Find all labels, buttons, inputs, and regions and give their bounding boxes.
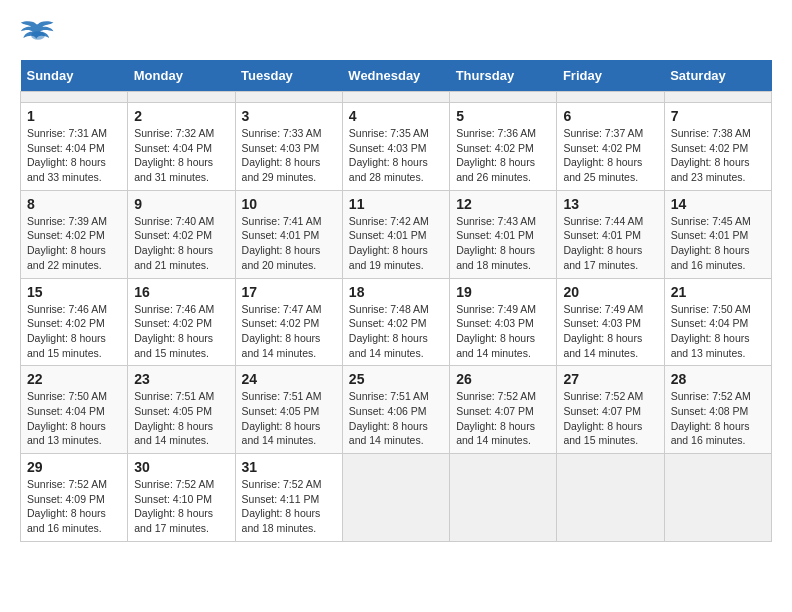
daylight-label: Daylight: 8 hours and 14 minutes. [349, 332, 428, 359]
sunset-time: 4:10 PM [173, 493, 212, 505]
sunrise-time: 7:43 AM [498, 215, 537, 227]
sunrise-label: Sunrise: [134, 390, 175, 402]
sunset-time: 4:11 PM [280, 493, 319, 505]
calendar-table: SundayMondayTuesdayWednesdayThursdayFrid… [20, 60, 772, 542]
day-info: Sunrise: 7:35 AM Sunset: 4:03 PM Dayligh… [349, 126, 443, 185]
day-info: Sunrise: 7:49 AM Sunset: 4:03 PM Dayligh… [563, 302, 657, 361]
header-day-thursday: Thursday [450, 60, 557, 92]
header-day-wednesday: Wednesday [342, 60, 449, 92]
sunrise-label: Sunrise: [242, 215, 283, 227]
calendar-cell: 13 Sunrise: 7:44 AM Sunset: 4:01 PM Dayl… [557, 190, 664, 278]
day-number: 31 [242, 459, 336, 475]
daylight-label: Daylight: 8 hours and 14 minutes. [456, 420, 535, 447]
sunrise-label: Sunrise: [242, 478, 283, 490]
calendar-body: 1 Sunrise: 7:31 AM Sunset: 4:04 PM Dayli… [21, 92, 772, 542]
day-info: Sunrise: 7:46 AM Sunset: 4:02 PM Dayligh… [27, 302, 121, 361]
sunrise-label: Sunrise: [349, 127, 390, 139]
daylight-label: Daylight: 8 hours and 23 minutes. [671, 156, 750, 183]
calendar-cell: 26 Sunrise: 7:52 AM Sunset: 4:07 PM Dayl… [450, 366, 557, 454]
sunrise-label: Sunrise: [671, 127, 712, 139]
sunrise-label: Sunrise: [349, 215, 390, 227]
sunset-time: 4:06 PM [387, 405, 426, 417]
sunset-time: 4:01 PM [280, 229, 319, 241]
day-info: Sunrise: 7:32 AM Sunset: 4:04 PM Dayligh… [134, 126, 228, 185]
sunrise-label: Sunrise: [671, 390, 712, 402]
daylight-label: Daylight: 8 hours and 15 minutes. [27, 332, 106, 359]
daylight-label: Daylight: 8 hours and 14 minutes. [242, 420, 321, 447]
sunrise-time: 7:37 AM [605, 127, 644, 139]
sunrise-time: 7:52 AM [498, 390, 537, 402]
sunrise-label: Sunrise: [349, 390, 390, 402]
day-info: Sunrise: 7:51 AM Sunset: 4:05 PM Dayligh… [134, 389, 228, 448]
calendar-cell: 9 Sunrise: 7:40 AM Sunset: 4:02 PM Dayli… [128, 190, 235, 278]
calendar-cell [21, 92, 128, 103]
daylight-label: Daylight: 8 hours and 20 minutes. [242, 244, 321, 271]
sunrise-label: Sunrise: [134, 215, 175, 227]
sunset-label: Sunset: [242, 405, 281, 417]
calendar-cell [128, 92, 235, 103]
sunset-label: Sunset: [134, 142, 173, 154]
day-info: Sunrise: 7:51 AM Sunset: 4:05 PM Dayligh… [242, 389, 336, 448]
day-number: 10 [242, 196, 336, 212]
day-number: 11 [349, 196, 443, 212]
daylight-label: Daylight: 8 hours and 19 minutes. [349, 244, 428, 271]
sunrise-label: Sunrise: [671, 215, 712, 227]
sunset-time: 4:02 PM [602, 142, 641, 154]
daylight-label: Daylight: 8 hours and 33 minutes. [27, 156, 106, 183]
sunrise-time: 7:46 AM [68, 303, 107, 315]
calendar-cell: 30 Sunrise: 7:52 AM Sunset: 4:10 PM Dayl… [128, 454, 235, 542]
sunrise-time: 7:42 AM [390, 215, 429, 227]
sunset-time: 4:02 PM [495, 142, 534, 154]
sunrise-label: Sunrise: [27, 478, 68, 490]
calendar-cell [664, 454, 771, 542]
sunset-label: Sunset: [563, 317, 602, 329]
daylight-label: Daylight: 8 hours and 13 minutes. [27, 420, 106, 447]
sunrise-label: Sunrise: [242, 390, 283, 402]
calendar-cell: 10 Sunrise: 7:41 AM Sunset: 4:01 PM Dayl… [235, 190, 342, 278]
day-number: 8 [27, 196, 121, 212]
calendar-cell [450, 92, 557, 103]
day-info: Sunrise: 7:45 AM Sunset: 4:01 PM Dayligh… [671, 214, 765, 273]
daylight-label: Daylight: 8 hours and 17 minutes. [563, 244, 642, 271]
sunset-time: 4:02 PM [66, 229, 105, 241]
svg-point-0 [31, 31, 45, 40]
daylight-label: Daylight: 8 hours and 17 minutes. [134, 507, 213, 534]
day-number: 9 [134, 196, 228, 212]
week-row-0 [21, 92, 772, 103]
sunrise-time: 7:52 AM [605, 390, 644, 402]
calendar-cell: 28 Sunrise: 7:52 AM Sunset: 4:08 PM Dayl… [664, 366, 771, 454]
day-info: Sunrise: 7:46 AM Sunset: 4:02 PM Dayligh… [134, 302, 228, 361]
sunset-time: 4:07 PM [495, 405, 534, 417]
sunrise-time: 7:52 AM [283, 478, 322, 490]
sunrise-label: Sunrise: [27, 390, 68, 402]
sunrise-label: Sunrise: [349, 303, 390, 315]
sunrise-time: 7:52 AM [68, 478, 107, 490]
day-number: 22 [27, 371, 121, 387]
sunset-time: 4:03 PM [280, 142, 319, 154]
sunset-label: Sunset: [134, 405, 173, 417]
calendar-cell: 29 Sunrise: 7:52 AM Sunset: 4:09 PM Dayl… [21, 454, 128, 542]
day-number: 27 [563, 371, 657, 387]
sunset-label: Sunset: [349, 405, 388, 417]
day-info: Sunrise: 7:50 AM Sunset: 4:04 PM Dayligh… [671, 302, 765, 361]
sunset-label: Sunset: [27, 493, 66, 505]
sunrise-label: Sunrise: [563, 127, 604, 139]
sunset-label: Sunset: [242, 142, 281, 154]
day-info: Sunrise: 7:31 AM Sunset: 4:04 PM Dayligh… [27, 126, 121, 185]
sunset-label: Sunset: [563, 229, 602, 241]
daylight-label: Daylight: 8 hours and 18 minutes. [242, 507, 321, 534]
sunset-label: Sunset: [456, 317, 495, 329]
sunset-label: Sunset: [134, 229, 173, 241]
sunrise-time: 7:36 AM [498, 127, 537, 139]
sunrise-label: Sunrise: [563, 303, 604, 315]
sunrise-label: Sunrise: [563, 390, 604, 402]
day-info: Sunrise: 7:37 AM Sunset: 4:02 PM Dayligh… [563, 126, 657, 185]
sunrise-time: 7:51 AM [176, 390, 215, 402]
day-number: 25 [349, 371, 443, 387]
sunset-time: 4:07 PM [602, 405, 641, 417]
sunset-time: 4:03 PM [495, 317, 534, 329]
sunset-time: 4:02 PM [173, 229, 212, 241]
sunrise-time: 7:50 AM [68, 390, 107, 402]
sunset-time: 4:01 PM [709, 229, 748, 241]
sunrise-time: 7:35 AM [390, 127, 429, 139]
